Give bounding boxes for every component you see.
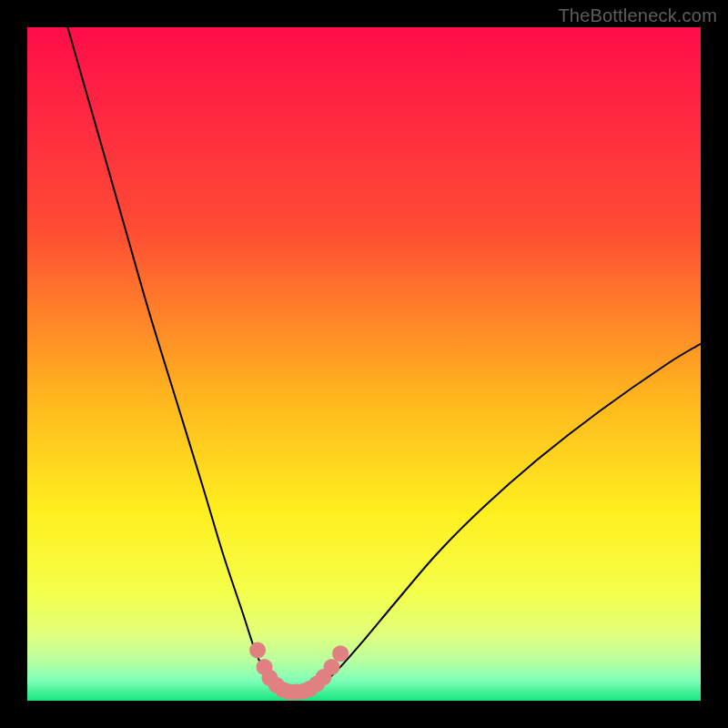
gradient-background [27,27,701,701]
watermark-text: TheBottleneck.com [558,5,717,26]
plot-area [27,27,701,701]
chart-frame: TheBottleneck.com [0,0,728,728]
minimum-dot [249,642,266,659]
minimum-dot [332,645,349,662]
bottleneck-chart [27,27,701,701]
minimum-dot [323,659,339,675]
